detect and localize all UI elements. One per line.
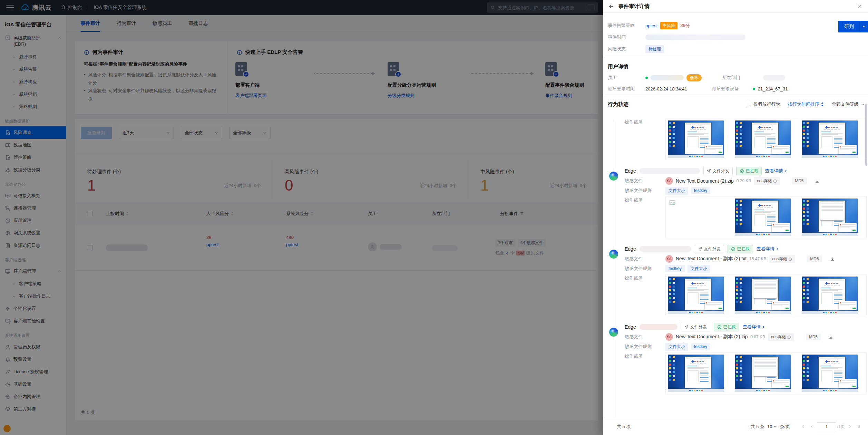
operation-screenshot-thumbnail[interactable]: DLP TEST <box>735 277 791 314</box>
behavior-time-redacted <box>640 246 691 252</box>
behavior-title-row: Edge 文件外发 已拦截 查看详情 <box>603 166 868 176</box>
behavior-header: 行为轨迹 仅看放行行为 按行为时间排序 全部文件等级 <box>603 96 868 112</box>
device-online-dot-icon <box>753 88 755 90</box>
file-name: New Text Document (2).zip <box>676 178 734 184</box>
operation-screenshot-thumbnail[interactable]: DLP TEST <box>668 355 724 392</box>
send-icon <box>698 247 702 251</box>
file-label: 敏感文件 <box>625 176 665 186</box>
last-page-button[interactable] <box>854 422 863 431</box>
screenshot-row: 操作截屏 DLP TEST DLP TEST <box>603 351 868 394</box>
operation-screenshot-thumbnail[interactable]: DLP TEST <box>802 355 858 392</box>
md5-tag[interactable]: MD5 <box>792 177 807 184</box>
cos-storage-tag[interactable]: cos存储 <box>754 177 780 185</box>
sort-by-time-link[interactable]: 按行为时间排序 <box>788 101 824 107</box>
taskbar <box>802 233 858 236</box>
operation-screenshot-thumbnail[interactable]: DLP TEST <box>735 355 791 392</box>
judge-button-label[interactable]: 研判 <box>838 21 860 32</box>
behavior-item: Edge 文件外发 已拦截 查看详情 敏感文件 S6 New Text Docu… <box>603 244 868 316</box>
only-pass-checkbox[interactable] <box>746 102 751 107</box>
rule-tag[interactable]: 文件大小 <box>665 187 688 195</box>
taskbar <box>735 155 791 158</box>
cos-storage-tag[interactable]: cos存储 <box>768 333 794 341</box>
taskbar <box>802 389 858 392</box>
prev-page-button[interactable] <box>807 422 816 431</box>
md5-tag[interactable]: MD5 <box>807 255 822 262</box>
back-arrow-icon[interactable] <box>608 3 614 9</box>
chevron-right-icon <box>775 247 779 251</box>
screenshot-slot: DLP TEST <box>802 355 858 392</box>
policy-link[interactable]: pptest <box>645 23 657 28</box>
chevron-right-icon <box>784 169 788 173</box>
only-pass-filter[interactable]: 仅看放行行为 <box>746 101 780 107</box>
operation-screenshot-thumbnail[interactable]: DLP TEST <box>735 120 791 158</box>
check-circle-icon <box>731 247 735 251</box>
rule-tag[interactable]: 文件大小 <box>687 265 710 273</box>
file-level-badge: S6 <box>665 333 673 341</box>
behavior-title-row: Edge 文件外发 已拦截 查看详情 <box>603 244 868 254</box>
chevron-right-icon <box>761 325 765 329</box>
employee-name-redacted <box>651 75 684 80</box>
screenshot-label: 操作截屏 <box>625 117 665 127</box>
edge-browser-icon <box>609 172 618 181</box>
taskbar <box>802 311 858 314</box>
rule-tag[interactable]: 文件大小 <box>665 343 688 351</box>
chevron-down-icon <box>861 102 865 106</box>
notification-dialog <box>839 145 857 154</box>
screenshot-gallery: DLP TEST DLP TEST DLP TEST <box>665 274 867 316</box>
event-info-section: 事件告警策略 pptest 中风险 39分 事件时间 风险状态 待处理 研判 <box>603 13 868 57</box>
view-detail-link[interactable]: 查看详情 <box>743 324 765 330</box>
rule-tag[interactable]: testkey <box>665 265 685 272</box>
operation-screenshot-thumbnail[interactable]: DLP TEST <box>668 277 724 314</box>
page-input[interactable]: 1 <box>817 422 836 431</box>
per-page-suffix: 条/页 <box>780 424 790 430</box>
notification-dialog <box>839 223 857 232</box>
rule-tag[interactable]: testkey <box>691 187 710 194</box>
screenshot-slot: DLP TEST <box>802 277 858 314</box>
file-size: 0.29 KB <box>737 178 751 183</box>
employee-risk-badge: 低危 <box>686 74 702 81</box>
operation-screenshot-thumbnail[interactable]: DLP TEST <box>802 120 858 158</box>
status-badge: 待处理 <box>645 45 664 53</box>
screenshot-label: 操作截屏 <box>625 195 665 205</box>
screenshot-row: 操作截屏 DLP TEST DLP TEST <box>603 195 868 238</box>
behavior-total: 共 5 项 <box>617 424 631 430</box>
next-page-button[interactable] <box>845 422 854 431</box>
operation-screenshot-thumbnail[interactable]: DLP TEST <box>802 277 858 314</box>
screenshot-slot: DLP TEST <box>668 120 724 158</box>
record-count: 共 5 条 <box>751 424 764 430</box>
send-icon <box>707 169 711 173</box>
operation-screenshot-thumbnail[interactable]: DLP TEST <box>735 199 791 236</box>
screenshot-slot: DLP TEST <box>668 277 724 314</box>
view-detail-link[interactable]: 查看详情 <box>765 168 788 174</box>
chevron-down-icon[interactable] <box>860 21 868 32</box>
action-tag: 文件外发 <box>681 323 710 331</box>
per-page-select[interactable]: 10 <box>767 424 777 429</box>
operation-screenshot-thumbnail[interactable]: DLP TEST <box>802 199 858 236</box>
download-icon[interactable] <box>830 257 835 262</box>
download-icon[interactable] <box>815 178 820 184</box>
download-icon[interactable] <box>828 335 833 340</box>
behavior-item: 操作截屏 DLP TEST DLP TEST <box>603 117 868 160</box>
operation-screenshot-thumbnail[interactable]: DLP TEST <box>668 120 724 158</box>
taskbar <box>802 155 858 158</box>
behavior-section-title: 行为轨迹 <box>608 101 628 108</box>
blocked-status-badge: 已拦截 <box>736 167 762 175</box>
file-level-badge: S6 <box>665 255 673 263</box>
close-icon[interactable] <box>857 4 862 9</box>
panel-scrollbar[interactable] <box>865 104 867 166</box>
panel-title: 事件审计详情 <box>618 3 650 10</box>
cos-storage-tag[interactable]: cos存储 <box>769 255 796 263</box>
view-detail-link[interactable]: 查看详情 <box>757 246 779 252</box>
md5-tag[interactable]: MD5 <box>806 334 821 340</box>
rules-label: 敏感文件规则 <box>625 264 665 273</box>
rule-tag[interactable]: testkey <box>691 343 710 350</box>
notification-dialog <box>772 301 790 310</box>
action-tag: 文件外发 <box>703 167 733 175</box>
login-time-label: 最后登录时间 <box>603 86 645 92</box>
judge-split-button[interactable]: 研判 <box>838 21 868 32</box>
file-size: 15.47 KB <box>749 257 766 261</box>
screenshot-slot: DLP TEST <box>735 355 791 392</box>
file-level-filter[interactable]: 全部文件等级 <box>832 101 865 107</box>
department-redacted <box>763 75 785 80</box>
first-page-button[interactable] <box>798 422 807 431</box>
